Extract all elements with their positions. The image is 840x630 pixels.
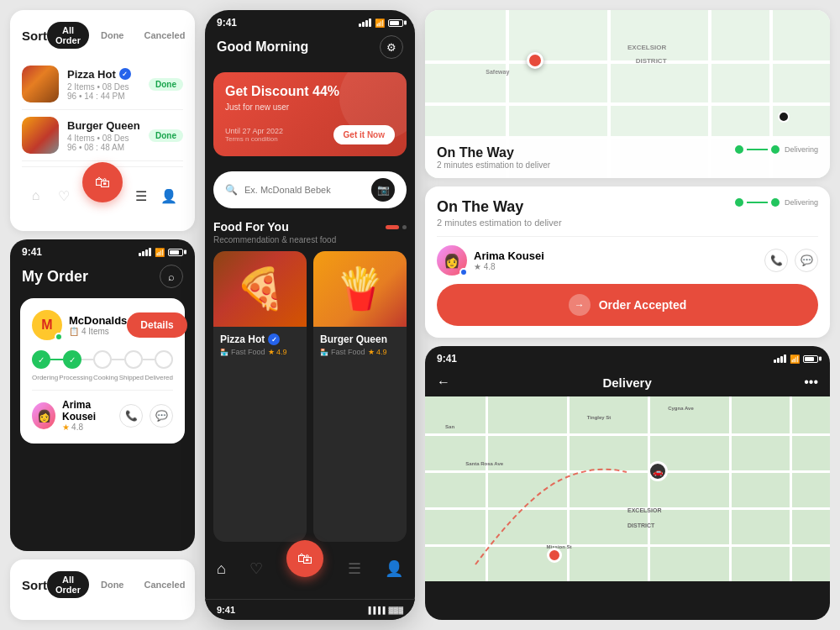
order-item-pizza: Pizza Hot ✓ 2 Items • 08 Des 96 • 14 : 4… [22,59,183,110]
camera-btn[interactable]: 📷 [371,178,395,202]
time-main: 9:41 [217,17,237,29]
sort-header: Sort All Order Done Canceled [22,22,183,49]
step-processing: ✓ [63,350,81,369]
banner-date: Until 27 Apr 2022 [225,127,283,135]
pizza-food-name: Pizza Hot ✓ [220,333,300,345]
dot-inactive [402,225,407,229]
heart-icon[interactable]: ♡ [55,186,73,205]
food-card-burger[interactable]: 🍟 Burger Queen 🏪 Fast Food ★ 4.9 [313,251,407,542]
step-line-4 [143,359,155,360]
pizza-verified: ✓ [268,333,280,345]
burger-food-image: 🍟 [313,251,407,327]
orders-icon[interactable]: ☰ [132,186,150,205]
top-map-card: EXCELSIOR DISTRICT Safeway On The Way 2 … [425,10,830,178]
otw-eta: 2 minutes estimation to deliver [437,160,550,170]
order-item-burger: Burger Queen 4 Items • 08 Des 96 • 08 : … [22,110,183,161]
tab-done-bottom[interactable]: Done [92,571,133,598]
driver-details-myorder: Arima Kousei ★ 4.8 [62,399,119,432]
my-order-card: 9:41 📶 My Order ⌕ M [10,239,195,551]
otw-status: Delivering [735,145,818,154]
back-btn[interactable]: ← [437,375,450,390]
delivery-map-bg: San Tingley St Cygna Ave Santa Rosa Ave … [425,396,830,581]
order-accepted-text: Order Accepted [599,298,687,312]
driver-details-otw: Arima Kousei ★ 4.8 [474,249,544,271]
nav-home[interactable]: ⌂ [217,560,226,578]
home-icon[interactable]: ⌂ [27,186,45,205]
details-button[interactable]: Details [127,312,186,338]
ontheway-card: On The Way 2 minutes estimation to deliv… [425,186,830,338]
step-labels: Ordering Processing Cooking Shipped Deli… [32,374,173,381]
status-track-otw [735,198,780,207]
settings-btn[interactable]: ⚙ [380,35,403,59]
search-input[interactable] [244,185,365,195]
call-btn[interactable]: 📞 [119,404,143,428]
ontheway-sub: 2 minutes estimation to deliver [437,218,562,228]
pizza-food-image: 🍕 [213,251,307,327]
tab-canceled[interactable]: Canceled [135,22,193,49]
tab-done[interactable]: Done [92,22,133,49]
nav-orders[interactable]: ☰ [348,559,361,578]
map-pin-dest [778,111,790,123]
time-delivery: 9:41 [437,353,457,365]
profile-icon[interactable]: 👤 [160,186,178,205]
label-delivered: Delivered [144,374,173,381]
mc-logo: M [32,310,62,340]
greeting-text: Good Morning [217,39,308,55]
pizza-status: Done [149,78,183,91]
del-road-v1 [486,396,488,581]
banner-terms: Terms n condition [225,135,283,143]
call-btn-otw[interactable]: 📞 [764,249,788,272]
tab-canceled-bottom[interactable]: Canceled [135,571,193,598]
mc-items: 📋 4 Items [69,327,127,336]
del-road-v4 [729,396,732,581]
map-overlay-content: On The Way 2 minutes estimation to deliv… [437,145,818,170]
chat-btn[interactable]: 💬 [150,404,173,428]
fab-button-1[interactable]: 🛍 [82,162,123,202]
mc-online-dot [55,333,63,341]
sig2 [362,22,365,27]
status-node-filled [735,145,743,154]
driver-info-otw: 👩 Arima Kousei ★ 4.8 [437,245,544,276]
tab-all-order[interactable]: All Order [47,22,89,49]
dot-active [386,225,399,229]
step-ordering: ✓ [32,350,50,369]
ontheway-header: On The Way 2 minutes estimation to deliv… [437,198,818,228]
status-icons-delivery: 📶 [774,354,818,364]
d-sig4 [784,354,786,363]
main-fab-btn[interactable]: 🛍 [286,540,323,577]
ontheway-title: On The Way [437,198,562,216]
my-order-title: My Order [22,268,88,286]
mc-info: M McDonalds 📋 4 Items [32,310,127,340]
del-label-cygna: Cygna Ave [668,406,694,411]
food-card-pizza[interactable]: 🍕 Pizza Hot ✓ 🏪 Fast Food ★ 4.9 [213,251,307,542]
signal-bar-1 [139,253,141,256]
partial-signal: ▐▐▐▐ [366,606,386,614]
order-accepted-button[interactable]: → Order Accepted [437,284,818,326]
status-bar-myorder: 9:41 📶 [10,239,195,261]
wifi-main: 📶 [375,18,385,28]
signal-bar-3 [145,249,148,256]
step-circle-1: ✓ [32,350,50,369]
partial-bottom: 9:41 ▐▐▐▐ ▓▓▓ [205,599,415,620]
status-bar-main: 9:41 📶 [205,10,415,32]
nav-heart[interactable]: ♡ [249,559,263,578]
sort-card-top: Sort All Order Done Canceled Pizza Hot ✓… [10,10,195,231]
d-sig2 [777,358,780,363]
get-discount-btn[interactable]: Get it Now [333,125,395,144]
signal-icon [139,248,151,256]
d-sig3 [780,356,783,363]
status-icons-myorder: 📶 [139,248,183,257]
carousel-dots [386,225,407,229]
sort-tabs: All Order Done Canceled [47,22,193,49]
tab-all-order-bottom[interactable]: All Order [47,571,89,598]
burger-food-tag: 🏪 Fast Food ★ 4.9 [320,348,400,356]
nav-profile[interactable]: 👤 [385,559,403,578]
column-1: Sort All Order Done Canceled Pizza Hot ✓… [10,10,195,620]
arrow-circle: → [569,294,591,316]
search-btn-myorder[interactable]: ⌕ [160,265,183,288]
chat-btn-otw[interactable]: 💬 [795,249,818,272]
more-btn[interactable]: ••• [804,375,818,390]
ontheway-left: On The Way 2 minutes estimation to deliv… [437,198,562,228]
status-bar-delivery: 9:41 📶 [425,346,830,368]
main-header: Good Morning ⚙ [205,32,415,64]
